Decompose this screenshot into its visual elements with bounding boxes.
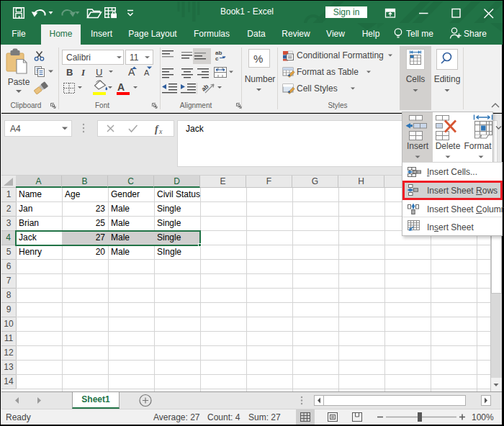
svg-text:c: c [215, 55, 219, 62]
svg-text:ab: ab [199, 83, 210, 93]
svg-text:%: % [253, 53, 263, 65]
svg-text:x: x [158, 127, 163, 135]
